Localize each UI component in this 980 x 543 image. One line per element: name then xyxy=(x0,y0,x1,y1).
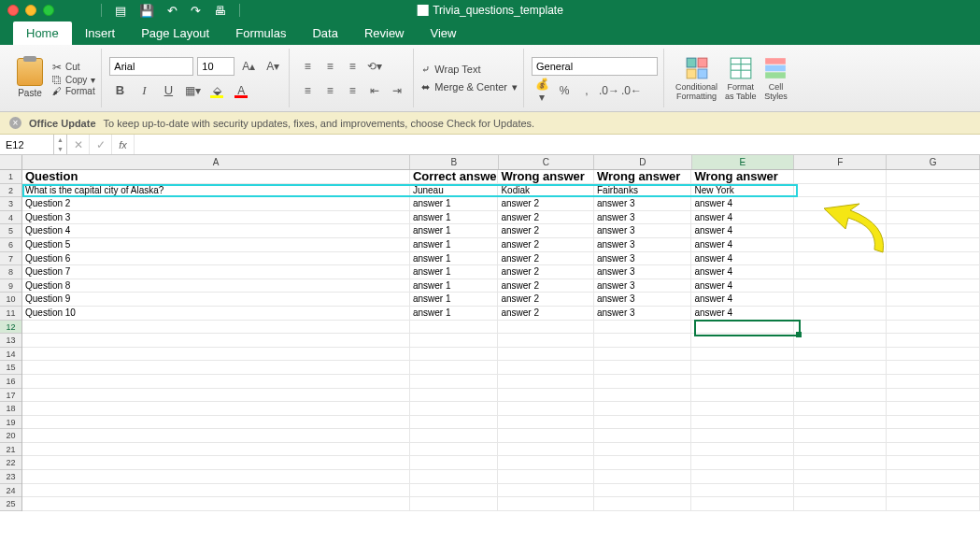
font-color-button[interactable]: A xyxy=(231,81,251,100)
cell[interactable] xyxy=(498,375,594,389)
cell[interactable] xyxy=(410,389,499,403)
row-header-5[interactable]: 5 xyxy=(0,224,21,238)
cell[interactable] xyxy=(794,265,888,279)
cell[interactable] xyxy=(887,456,980,470)
cell[interactable] xyxy=(794,456,888,470)
cell[interactable] xyxy=(794,321,888,335)
cell[interactable] xyxy=(887,238,980,252)
cell[interactable] xyxy=(887,402,980,416)
cell[interactable] xyxy=(794,402,888,416)
cell[interactable] xyxy=(887,265,980,279)
cell[interactable]: Fairbanks xyxy=(594,184,692,198)
cell[interactable]: Question 5 xyxy=(22,238,410,252)
cell[interactable] xyxy=(594,361,692,375)
cell[interactable] xyxy=(498,334,594,348)
cell[interactable]: answer 3 xyxy=(594,279,692,293)
cell[interactable] xyxy=(410,334,499,348)
cell[interactable] xyxy=(22,484,410,498)
number-format-select[interactable] xyxy=(532,57,658,76)
currency-icon[interactable]: 💰▾ xyxy=(532,81,552,100)
cell[interactable] xyxy=(794,348,888,362)
cell[interactable] xyxy=(498,402,594,416)
cell[interactable] xyxy=(794,307,888,321)
enter-formula-icon[interactable]: ✓ xyxy=(90,135,112,154)
cell[interactable]: Wrong answer xyxy=(691,170,793,184)
cell[interactable] xyxy=(691,456,793,470)
comma-icon[interactable]: , xyxy=(576,81,597,100)
cell[interactable] xyxy=(410,443,499,457)
cell[interactable]: answer 4 xyxy=(691,265,793,279)
save-icon[interactable]: 💾 xyxy=(139,4,154,18)
cell[interactable] xyxy=(594,416,692,430)
cell[interactable] xyxy=(887,429,980,443)
cell[interactable] xyxy=(691,470,793,484)
format-as-table-button[interactable]: Format as Table xyxy=(721,49,760,107)
decrease-indent-icon[interactable]: ⇤ xyxy=(364,81,385,100)
cell[interactable] xyxy=(498,361,594,375)
fill-color-button[interactable]: ⬙ xyxy=(206,81,227,100)
cell[interactable]: Question xyxy=(22,170,410,184)
cell[interactable] xyxy=(794,184,888,198)
name-box-down[interactable]: ▼ xyxy=(54,145,66,155)
col-header-F[interactable]: F xyxy=(794,155,888,169)
cell[interactable] xyxy=(887,224,980,238)
cell[interactable] xyxy=(691,361,793,375)
cell[interactable] xyxy=(794,361,888,375)
cell[interactable]: Wrong answer xyxy=(594,170,692,184)
cell[interactable] xyxy=(794,389,888,403)
cell[interactable]: Question 4 xyxy=(22,224,410,238)
conditional-formatting-button[interactable]: Conditional Formatting xyxy=(672,49,721,107)
cell[interactable] xyxy=(887,416,980,430)
cell[interactable]: answer 4 xyxy=(691,197,793,211)
name-box[interactable]: E12 xyxy=(0,135,54,154)
align-center-icon[interactable]: ≡ xyxy=(320,81,340,100)
cell[interactable] xyxy=(594,348,692,362)
cell[interactable] xyxy=(887,184,980,198)
formula-input[interactable] xyxy=(135,135,980,154)
cell[interactable] xyxy=(887,321,980,335)
cell[interactable] xyxy=(22,334,410,348)
row-header-21[interactable]: 21 xyxy=(0,443,21,457)
cell[interactable] xyxy=(691,321,793,335)
row-header-1[interactable]: 1 xyxy=(0,170,21,184)
cell[interactable] xyxy=(498,348,594,362)
increase-font-icon[interactable]: A▴ xyxy=(238,57,259,76)
cell[interactable] xyxy=(22,429,410,443)
cell[interactable] xyxy=(594,334,692,348)
cell[interactable] xyxy=(22,416,410,430)
cell[interactable]: answer 1 xyxy=(410,279,499,293)
cell[interactable] xyxy=(887,307,980,321)
decrease-decimal-icon[interactable]: .0← xyxy=(621,81,642,100)
row-header-11[interactable]: 11 xyxy=(0,307,21,321)
align-top-icon[interactable]: ≡ xyxy=(297,57,318,76)
font-size-select[interactable] xyxy=(197,57,234,76)
cell[interactable] xyxy=(498,470,594,484)
cell[interactable]: What is the capital city of Alaska? xyxy=(22,184,410,198)
cell[interactable] xyxy=(691,429,793,443)
cell[interactable] xyxy=(691,389,793,403)
select-all-corner[interactable] xyxy=(0,155,22,170)
cell[interactable] xyxy=(410,361,499,375)
tab-view[interactable]: View xyxy=(418,21,470,45)
row-header-22[interactable]: 22 xyxy=(0,456,21,470)
cell[interactable] xyxy=(498,321,594,335)
cell[interactable] xyxy=(410,321,499,335)
cell[interactable] xyxy=(691,348,793,362)
info-icon[interactable]: × xyxy=(9,117,21,129)
row-header-18[interactable]: 18 xyxy=(0,402,21,416)
tab-formulas[interactable]: Formulas xyxy=(222,21,299,45)
fx-icon[interactable]: fx xyxy=(112,135,135,154)
cell[interactable] xyxy=(887,170,980,184)
maximize-window[interactable] xyxy=(43,5,54,16)
cell[interactable]: answer 1 xyxy=(410,265,499,279)
cell[interactable]: answer 2 xyxy=(498,307,594,321)
cell[interactable]: Question 10 xyxy=(22,307,410,321)
cell[interactable] xyxy=(410,429,499,443)
decrease-font-icon[interactable]: A▾ xyxy=(263,57,283,76)
cell[interactable]: answer 4 xyxy=(691,279,793,293)
align-right-icon[interactable]: ≡ xyxy=(342,81,362,100)
col-header-E[interactable]: E xyxy=(692,155,794,169)
cell[interactable]: Question 8 xyxy=(22,279,410,293)
cell[interactable] xyxy=(887,293,980,307)
cell[interactable]: answer 4 xyxy=(691,238,793,252)
